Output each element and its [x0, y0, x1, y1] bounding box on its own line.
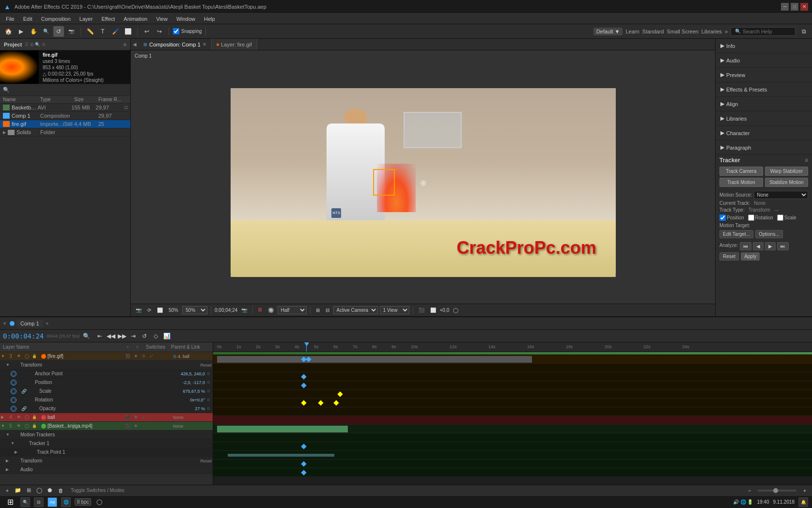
project-menu-icon[interactable]: ≡: [124, 42, 126, 47]
viewer-region[interactable]: ⬜: [155, 307, 165, 313]
layer-5-audio[interactable]: ▶ Audio: [0, 465, 213, 474]
position-value[interactable]: -2,0, -117,0: [183, 380, 205, 385]
scale-sw[interactable]: ⊙: [205, 388, 212, 395]
viewer-guides[interactable]: ⊟: [324, 307, 331, 313]
rotation-value[interactable]: 0x+0,0°: [190, 398, 205, 402]
layer-4-expand[interactable]: ▶: [1, 415, 6, 419]
tl-comp[interactable]: ⊞: [24, 486, 33, 495]
menu-animation[interactable]: Animation: [120, 15, 151, 23]
handle-bottom-right[interactable]: [612, 273, 616, 277]
layer-3-expand[interactable]: ▼: [1, 354, 6, 358]
view-count-dropdown[interactable]: 1 View 2 Views 4 Views: [380, 306, 409, 314]
layer-4-lock[interactable]: 🔒: [31, 414, 38, 421]
comp-tab-comp1[interactable]: ⊞ Composition: Comp 1 ✕: [139, 39, 212, 50]
handle-bottom-left[interactable]: [231, 273, 234, 277]
libraries-header[interactable]: ▶ Libraries: [716, 113, 812, 123]
tl-play-rev[interactable]: ◀◀: [106, 331, 116, 341]
layer-3-eye[interactable]: 👁: [16, 353, 22, 360]
edit-target-btn[interactable]: Edit Target...: [719, 230, 753, 238]
track-camera-btn[interactable]: Track Camera: [719, 167, 763, 176]
layer-3-solo[interactable]: ◯: [23, 353, 30, 360]
scale-value[interactable]: 675,67,5 %: [183, 389, 205, 394]
notifications-btn[interactable]: 🔔: [798, 497, 808, 507]
sw-5-1[interactable]: ⬛: [125, 423, 131, 430]
t5-expand[interactable]: ▶: [6, 459, 11, 463]
taskbar-ae[interactable]: Ae: [47, 497, 57, 507]
sw-5-2[interactable]: ✱: [132, 423, 139, 430]
track-motion-btn[interactable]: Track Motion: [719, 178, 763, 187]
menu-view[interactable]: View: [152, 15, 172, 23]
tab-prev-icon[interactable]: ◀: [133, 42, 137, 47]
view-dropdown[interactable]: Active Camera Top Front: [333, 306, 378, 314]
kf-rot-2[interactable]: [318, 400, 323, 405]
tl-play-fwd[interactable]: ▶▶: [117, 331, 127, 341]
audio-header[interactable]: ▶ Audio: [716, 55, 812, 65]
tl-zoom-slider[interactable]: [758, 490, 796, 492]
tl-zoom-in[interactable]: +: [800, 486, 809, 495]
shape-tool[interactable]: ⬜: [123, 26, 133, 37]
rotation-checkbox[interactable]: [748, 215, 754, 221]
t5-reset[interactable]: Reset: [200, 459, 212, 463]
tl-frame-fwd[interactable]: ⇥: [128, 331, 138, 341]
paragraph-header[interactable]: ▶ Paragraph: [716, 142, 812, 153]
zoom-dropdown[interactable]: 50% 100% 25%: [182, 306, 207, 314]
transform-expand[interactable]: ▼: [6, 363, 11, 367]
channel-rgb[interactable]: R: [256, 307, 264, 313]
handle-top-right[interactable]: [612, 88, 616, 92]
tl-frame-back[interactable]: ⇤: [95, 331, 105, 341]
menu-composition[interactable]: Composition: [37, 15, 75, 23]
close-button[interactable]: ✕: [800, 3, 808, 11]
viewer-toggle[interactable]: ⧉: [798, 26, 809, 37]
sw-3-3[interactable]: ⚙: [140, 353, 147, 360]
hand-tool[interactable]: ✋: [28, 26, 39, 37]
viewer-transparency[interactable]: ⬜: [428, 307, 438, 313]
project-item-0[interactable]: Basketb...mp4 AVI 155 MB 29,97 □: [0, 104, 130, 112]
minimize-button[interactable]: ─: [781, 3, 789, 11]
stabilize-motion-btn[interactable]: Stabilize Motion: [765, 178, 809, 187]
text-tool[interactable]: T: [97, 26, 108, 37]
viewer-save-frame[interactable]: 📷: [134, 307, 143, 313]
analyze-fwd-all[interactable]: ⏭: [777, 242, 789, 250]
tp1-expand[interactable]: ▶: [15, 450, 19, 454]
tl-zoom-thumb[interactable]: [773, 488, 778, 493]
workspace-libraries[interactable]: Libraries: [702, 29, 722, 34]
kf-anchor-1[interactable]: [301, 374, 306, 379]
position-check-label[interactable]: Position: [719, 215, 744, 221]
ram-preview-btn[interactable]: ◯: [95, 498, 104, 507]
workspace-search-box[interactable]: 🔍: [731, 27, 796, 36]
tab-comp1-close[interactable]: ✕: [203, 42, 206, 47]
prop-scale[interactable]: ◯ 🔗 Scale 675,67,5 % ⊙: [0, 387, 213, 396]
analyze-back-one[interactable]: ◀: [753, 242, 764, 250]
sw-3-4[interactable]: 🖊: [148, 353, 155, 360]
tl-guide[interactable]: ⬟: [46, 486, 54, 495]
a5-expand[interactable]: ▶: [6, 467, 11, 472]
transform-reset[interactable]: Reset: [200, 363, 212, 368]
prop-rotation[interactable]: ◯ Rotation 0x+0,0° ⊙: [0, 396, 213, 404]
channel-toggle[interactable]: 🔘: [266, 307, 276, 313]
scale-link-icon[interactable]: 🔗: [21, 389, 27, 394]
pen-tool[interactable]: ✏️: [85, 26, 95, 37]
rotation-check-label[interactable]: Rotation: [748, 215, 773, 221]
tl-add-layer[interactable]: +: [3, 486, 12, 495]
menu-layer[interactable]: Layer: [76, 15, 97, 23]
tl-folder[interactable]: 📁: [14, 486, 22, 495]
tl-options-icon[interactable]: ≡: [46, 321, 48, 326]
tl-chart[interactable]: 📊: [162, 331, 172, 341]
project-search[interactable]: 🔍: [0, 84, 130, 96]
opac-sw[interactable]: ⊙: [205, 405, 212, 412]
tracker-1[interactable]: ▼ Tracker 1: [0, 439, 213, 448]
redo-button[interactable]: ↪: [154, 26, 165, 37]
quality-dropdown[interactable]: Half Full Quarter: [278, 306, 307, 314]
tl-close-icon[interactable]: ✕: [3, 321, 7, 326]
mt-expand[interactable]: ▼: [6, 432, 11, 437]
track-point-1[interactable]: ▶ Track Point 1: [0, 448, 213, 457]
pos-sw[interactable]: ⊙: [205, 379, 212, 386]
taskbar-chrome[interactable]: 🌐: [61, 497, 71, 507]
kf-scale-1[interactable]: [337, 391, 343, 397]
layer-4-solo[interactable]: ◯: [23, 414, 30, 421]
project-search-input[interactable]: [12, 87, 127, 93]
align-header[interactable]: ▶ Align: [716, 99, 812, 109]
menu-window[interactable]: Window: [172, 15, 199, 23]
motion-source-select[interactable]: None: [754, 191, 808, 199]
camera-tool[interactable]: 📷: [66, 26, 77, 37]
